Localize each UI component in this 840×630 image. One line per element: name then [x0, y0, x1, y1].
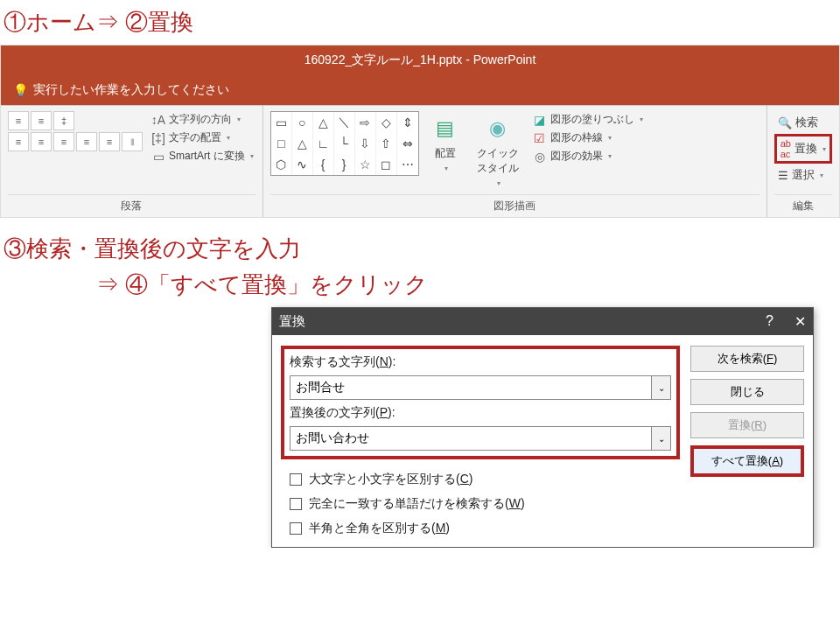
shape-uarrow-icon[interactable]: ⇧: [376, 133, 397, 154]
ribbon: ≡ ≡ ‡ ≡ ≡ ≡ ≡ ≡ ⦀ ↕A文字列の方向▾ [‡]文字: [1, 105, 839, 217]
shape-more-icon[interactable]: ⋯: [397, 154, 418, 175]
shape-effects-button[interactable]: ◎図形の効果▾: [531, 148, 645, 164]
shape-angle-icon[interactable]: ∟: [313, 133, 334, 154]
select-icon: ☰: [778, 169, 788, 182]
replace-one-button[interactable]: 置換(R): [690, 412, 804, 438]
lightbulb-icon: 💡: [13, 83, 28, 97]
shape-arrow-icon[interactable]: ⇨: [355, 112, 376, 133]
find-input[interactable]: ⌄: [290, 375, 671, 400]
linespace-button[interactable]: ‡: [53, 111, 74, 130]
shape-angle2-icon[interactable]: └: [334, 133, 355, 154]
shape-updown-icon[interactable]: ⇕: [397, 112, 418, 133]
find-input-field[interactable]: [290, 376, 651, 399]
quickstyle-icon: ◉: [484, 115, 512, 143]
checkbox-icon: [290, 498, 302, 510]
align-left-button[interactable]: ≡: [8, 132, 29, 151]
shape-square-icon[interactable]: □: [271, 133, 292, 154]
group-label-drawing: 図形描画: [270, 194, 760, 214]
replace-all-button[interactable]: すべて置換(A): [690, 445, 804, 477]
shape-brace-r-icon[interactable]: }: [334, 154, 355, 175]
replace-dropdown-arrow[interactable]: ⌄: [651, 427, 670, 450]
shape-curve-icon[interactable]: ∿: [292, 154, 313, 175]
dedent-button[interactable]: ≡: [8, 111, 29, 130]
text-direction-button[interactable]: ↕A文字列の方向▾: [150, 111, 256, 128]
window-title: 160922_文字ルール_1H.pptx - PowerPoint: [1, 46, 839, 75]
powerpoint-window: 160922_文字ルール_1H.pptx - PowerPoint 💡 実行した…: [0, 45, 840, 218]
shape-callout-icon[interactable]: ◻︎: [376, 154, 397, 175]
shape-circle-icon[interactable]: ○: [292, 112, 313, 133]
outline-icon: ☑: [533, 131, 547, 145]
tell-me-text: 実行したい作業を入力してください: [33, 82, 229, 98]
select-button[interactable]: ☰選択▾: [774, 165, 832, 185]
textalign-icon: [‡]: [151, 131, 165, 145]
align-right-button[interactable]: ≡: [53, 132, 74, 151]
shape-outline-button[interactable]: ☑図形の枠線▾: [531, 130, 645, 146]
shape-lrarrow-icon[interactable]: ⇔: [397, 133, 418, 154]
quick-style-button[interactable]: ◉クイック スタイル▾: [472, 111, 524, 191]
fill-icon: ◪: [533, 113, 547, 127]
instruction-step4: ⇒ ④「すべて置換」をクリック: [0, 268, 840, 307]
shape-diamond-icon[interactable]: ◇: [376, 112, 397, 133]
replace-button[interactable]: abac置換▾: [774, 134, 832, 164]
fields-highlight: 検索する文字列(N): ⌄ 置換後の文字列(P): ⌄: [281, 346, 680, 459]
group-label-paragraph: 段落: [8, 194, 256, 214]
group-paragraph: ≡ ≡ ‡ ≡ ≡ ≡ ≡ ≡ ⦀ ↕A文字列の方向▾ [‡]文字: [1, 106, 263, 217]
shape-brace-l-icon[interactable]: {: [313, 154, 334, 175]
dialog-titlebar: 置換 ? ✕: [272, 308, 813, 335]
group-drawing: ▭○△＼⇨◇⇕ □△∟└⇩⇧⇔ ⬡∿{}☆◻︎⋯ ▤配置▾ ◉クイック スタイル…: [263, 106, 767, 217]
group-label-editing: 編集: [774, 194, 832, 214]
tell-me-bar[interactable]: 💡 実行したい作業を入力してください: [1, 75, 839, 105]
replace-input[interactable]: ⌄: [290, 426, 671, 451]
whole-word-checkbox[interactable]: 完全に一致する単語だけを検索する(W): [281, 494, 680, 514]
match-case-checkbox[interactable]: 大文字と小文字を区別する(C): [281, 470, 680, 489]
shape-rect-icon[interactable]: ▭: [271, 112, 292, 133]
find-dropdown-arrow[interactable]: ⌄: [651, 376, 670, 399]
replace-dialog: 置換 ? ✕ 検索する文字列(N): ⌄ 置換後の文字列(P): ⌄: [271, 307, 814, 548]
indent-button[interactable]: ≡: [31, 111, 52, 130]
find-label: 検索する文字列(N):: [290, 354, 671, 370]
replace-icon: abac: [780, 138, 791, 159]
shape-darrow-icon[interactable]: ⇩: [355, 133, 376, 154]
shape-fill-button[interactable]: ◪図形の塗りつぶし▾: [531, 111, 645, 128]
checkbox-icon: [290, 522, 302, 535]
arrange-icon: ▤: [431, 115, 459, 143]
align-justify-button[interactable]: ≡: [76, 132, 97, 151]
smartart-convert-button[interactable]: ▭SmartArt に変換▾: [150, 148, 256, 164]
shapes-gallery[interactable]: ▭○△＼⇨◇⇕ □△∟└⇩⇧⇔ ⬡∿{}☆◻︎⋯: [270, 111, 419, 176]
align-center-button[interactable]: ≡: [31, 132, 52, 151]
smartart-icon: ▭: [151, 150, 165, 164]
shape-star-icon[interactable]: ☆: [355, 154, 376, 175]
find-next-button[interactable]: 次を検索(F): [690, 346, 804, 372]
replace-label: 置換後の文字列(P):: [290, 405, 671, 421]
shape-line-icon[interactable]: ＼: [334, 112, 355, 133]
shape-hex-icon[interactable]: ⬡: [271, 154, 292, 175]
dialog-title-text: 置換: [279, 313, 305, 330]
find-icon: 🔍: [778, 116, 792, 130]
width-checkbox[interactable]: 半角と全角を区別する(M): [281, 519, 680, 538]
group-editing: 🔍検索 abac置換▾ ☰選択▾ 編集: [767, 106, 839, 217]
checkbox-icon: [290, 473, 302, 486]
textdir-icon: ↕A: [151, 113, 165, 127]
text-align-button[interactable]: [‡]文字の配置▾: [150, 130, 256, 146]
close-icon[interactable]: ✕: [794, 313, 806, 330]
find-button[interactable]: 🔍検索: [774, 113, 832, 132]
shape-triangle-icon[interactable]: △: [313, 112, 334, 133]
help-button[interactable]: ?: [766, 313, 774, 330]
align-dist-button[interactable]: ≡: [99, 132, 120, 151]
close-button[interactable]: 閉じる: [690, 379, 804, 405]
instruction-step3: ③検索・置換後の文字を入力: [0, 218, 840, 268]
effects-icon: ◎: [533, 150, 547, 164]
shape-tri2-icon[interactable]: △: [292, 133, 313, 154]
columns-button[interactable]: ⦀: [122, 132, 143, 151]
instruction-step12: ①ホーム⇒ ②置換: [0, 0, 840, 45]
replace-input-field[interactable]: [290, 427, 651, 450]
arrange-button[interactable]: ▤配置▾: [426, 111, 465, 176]
